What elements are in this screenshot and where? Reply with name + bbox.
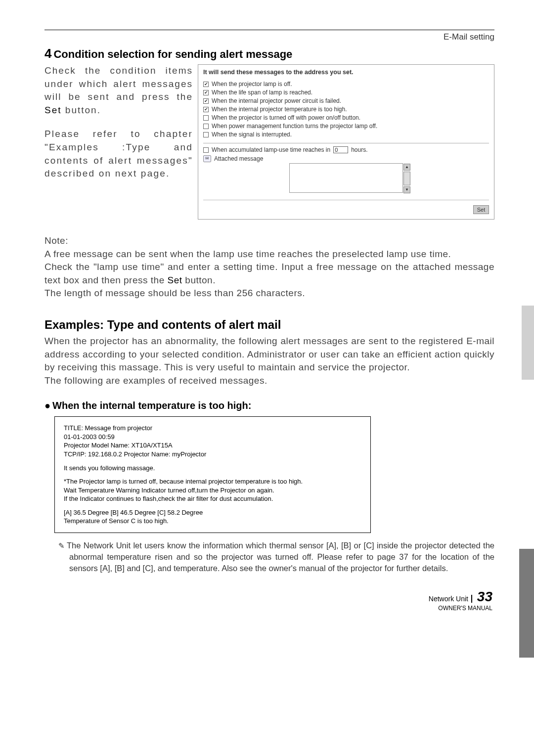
header-section-label: E-Mail setting	[44, 32, 494, 42]
step4-title-text: Condition selection for sending alert me…	[53, 48, 292, 60]
side-gray-band-dark	[519, 549, 534, 658]
conditions-screenshot: It will send these messages to the addre…	[198, 64, 494, 220]
condition-label: When the projector lamp is off.	[212, 81, 292, 88]
footer-unit: Network Unit	[429, 595, 472, 603]
subsection-title: When the internal temperature is too hig…	[52, 400, 251, 411]
checkbox-icon[interactable]	[203, 132, 209, 137]
page-footer: Network Unit 33 OWNER'S MANUAL	[44, 589, 494, 612]
email-example-box: TITLE: Message from projector 01-01-2003…	[54, 416, 371, 533]
subsection-title-row: ●When the internal temperature is too hi…	[44, 400, 494, 411]
email-l6: *The Projector lamp is turned off, becau…	[64, 478, 303, 485]
condition-label: When the projector is turned off with po…	[212, 114, 360, 121]
condition-row: When the internal projector temperature …	[203, 106, 489, 113]
step4-number: 4	[44, 46, 51, 61]
condition-row: When the projector lamp is off.	[203, 81, 489, 88]
attached-message-label: Attached message	[214, 155, 263, 162]
footnote: ✎The Network Unit let users know the inf…	[44, 540, 494, 574]
examples-para: When the projector has an abnormality, t…	[44, 335, 494, 374]
message-icon: ✉	[203, 155, 211, 162]
email-l2: 01-01-2003 00:59	[64, 433, 115, 441]
step4-para1-prefix: Check the condition items under which al…	[44, 65, 193, 102]
email-l1: TITLE: Message from projector	[64, 424, 152, 432]
email-l4: TCP/IP: 192.168.0.2 Projector Name: myPr…	[64, 450, 206, 458]
language-tab: ENGLISH	[503, 595, 514, 643]
email-l8: If the Indicator continues to flash,chec…	[64, 495, 273, 502]
step4-para2: Please refer to chapter "Examples :Type …	[44, 128, 193, 180]
condition-row: When the signal is interrupted.	[203, 131, 489, 138]
checkbox-icon[interactable]	[203, 124, 209, 129]
examples-title: Examples: Type and contents of alert mai…	[44, 318, 494, 332]
condition-row: When the internal projector power circui…	[203, 97, 489, 104]
step4-set-word: Set	[44, 105, 62, 115]
side-gray-band-light	[522, 306, 534, 380]
note-line2-suffix: button.	[182, 275, 216, 285]
lamp-hours-row: When accumulated lamp-use time reaches i…	[203, 146, 489, 153]
checkbox-icon[interactable]	[203, 82, 209, 87]
email-l10: Temperature of Sensor C is too high.	[64, 517, 169, 525]
pencil-icon: ✎	[58, 541, 65, 550]
note-heading: Note:	[44, 234, 494, 248]
screenshot-divider	[203, 143, 489, 143]
scroll-up-icon[interactable]: ▲	[403, 164, 410, 171]
bullet-icon: ●	[44, 400, 50, 411]
note-line3: The length of message should be less tha…	[44, 287, 494, 300]
footnote-text: The Network Unit let users know the info…	[67, 541, 494, 573]
set-button[interactable]: Set	[473, 205, 489, 214]
condition-row: When the projector is turned off with po…	[203, 114, 489, 121]
checkbox-icon[interactable]	[203, 107, 209, 112]
lamp-row-prefix: When accumulated lamp-use time reaches i…	[212, 146, 330, 153]
checkbox-icon[interactable]	[203, 115, 209, 121]
condition-label: When the internal projector temperature …	[212, 106, 347, 113]
condition-label: When the internal projector power circui…	[212, 97, 341, 104]
lamp-hours-input[interactable]: 0	[333, 146, 348, 153]
checkbox-icon[interactable]	[203, 147, 209, 153]
email-l7: Wait Temperature Warning Indicator turne…	[64, 487, 274, 494]
condition-row: When the life span of lamp is reached.	[203, 89, 489, 96]
email-l9: [A] 36.5 Degree [B] 46.5 Degree [C] 58.2…	[64, 509, 203, 516]
note-line2: Check the "lamp use time" and enter a se…	[44, 261, 494, 287]
examples-para2: The following are examples of received m…	[44, 374, 494, 388]
note-set-word: Set	[168, 275, 182, 285]
condition-label: When the signal is interrupted.	[212, 131, 292, 138]
condition-row: When power management function turns the…	[203, 123, 489, 130]
step4-title: 4Condition selection for sending alert m…	[44, 46, 494, 61]
checkbox-icon[interactable]	[203, 98, 209, 104]
email-l5: It sends you following massage.	[64, 464, 155, 472]
footer-page-number: 33	[477, 589, 492, 604]
screenshot-title: It will send these messages to the addre…	[203, 69, 489, 76]
scroll-track[interactable]	[403, 172, 410, 185]
header-rule	[44, 30, 494, 30]
note-line1: A free message can be sent when the lamp…	[44, 248, 494, 261]
attached-message-textarea[interactable]: ▲ ▼	[289, 163, 403, 193]
condition-label: When power management function turns the…	[212, 123, 377, 130]
step4-para1: Check the condition items under which al…	[44, 64, 193, 117]
scroll-down-icon[interactable]: ▼	[403, 186, 410, 193]
email-l3: Projector Model Name: XT10A/XT15A	[64, 442, 173, 449]
condition-label: When the life span of lamp is reached.	[212, 89, 312, 96]
footer-manual-label: OWNER'S MANUAL	[44, 605, 492, 612]
lamp-row-suffix: hours.	[351, 146, 367, 153]
checkbox-icon[interactable]	[203, 90, 209, 95]
note-line2-prefix: Check the "lamp use time" and enter a se…	[44, 262, 494, 285]
step4-para1-suffix: button.	[62, 105, 101, 115]
